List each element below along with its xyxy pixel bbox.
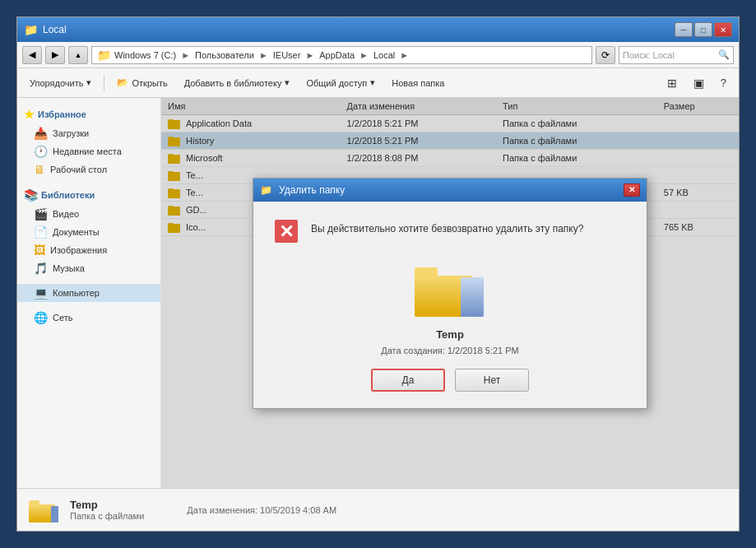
folder-date-label: Дата создания: (381, 346, 445, 355)
sidebar-item-music[interactable]: 🎵 Музыка (17, 259, 160, 277)
favorites-label: Избранное (38, 109, 86, 119)
sidebar-item-desktop[interactable]: 🖥 Рабочий стол (17, 160, 160, 179)
sidebar-section-computer: 💻 Компьютер (17, 284, 160, 302)
new-folder-button[interactable]: Новая папка (384, 72, 452, 95)
sidebar-favorites-header[interactable]: ★ Избранное (17, 104, 160, 124)
maximize-button[interactable]: □ (694, 22, 712, 37)
dialog-content: ✕ Вы действительно хотите безвозвратно у… (253, 202, 647, 408)
sidebar-item-recent[interactable]: 🕐 Недавние места (17, 142, 160, 160)
path-sep-2: ► (259, 50, 268, 60)
refresh-button[interactable]: ⟳ (596, 46, 615, 64)
view-button[interactable]: ⊞ (660, 72, 684, 95)
network-label: Сеть (53, 313, 72, 323)
warning-icon: ✕ (273, 218, 299, 244)
star-icon: ★ (24, 108, 35, 121)
computer-label: Компьютер (53, 288, 100, 298)
add-library-label: Добавить в библиотеку (184, 78, 282, 88)
svg-rect-9 (29, 500, 39, 507)
path-part-3[interactable]: IEUser (273, 50, 301, 60)
share-button[interactable]: Общий доступ ▾ (299, 72, 383, 95)
path-sep-3: ► (305, 50, 314, 60)
title-bar: 📁 Local ─ □ ✕ (17, 17, 739, 42)
dialog-title-icon: 📁 (260, 184, 272, 196)
status-date-area: Дата изменения: 10/5/2019 4:08 AM (187, 505, 336, 515)
add-library-button[interactable]: Добавить в библиотеку ▾ (177, 72, 298, 95)
dialog-overlay: 📁 Удалить папку ✕ ✕ (161, 98, 739, 488)
path-part-2[interactable]: Пользователи (195, 50, 254, 60)
minimize-button[interactable]: ─ (675, 22, 693, 37)
sidebar-item-docs[interactable]: 📄 Документы (17, 223, 160, 241)
images-label: Изображения (50, 245, 107, 255)
add-library-chevron-icon: ▾ (285, 77, 290, 88)
dialog-title: Удалить папку (279, 184, 617, 196)
dialog-message: Вы действительно хотите безвозвратно уда… (311, 218, 583, 236)
svg-rect-10 (51, 506, 58, 522)
sidebar-section-network: 🌐 Сеть (17, 309, 160, 327)
path-part-4[interactable]: AppData (319, 50, 355, 60)
status-bar: Temp Папка с файлами Дата изменения: 10/… (17, 488, 739, 531)
new-folder-label: Новая папка (392, 78, 444, 88)
sidebar-libraries-header[interactable]: 📚 Библиотеки (17, 185, 160, 205)
dialog-folder-name: Temp (436, 328, 464, 341)
status-item-name: Temp (70, 499, 144, 511)
sidebar-section-libraries: 📚 Библиотеки 🎬 Видео 📄 Документы 🖼 Изобр… (17, 185, 160, 277)
pane-button[interactable]: ▣ (686, 72, 712, 95)
explorer-window: 📁 Local ─ □ ✕ ◀ ▶ ▲ 📁 Windows 7 (C:) ► П… (16, 16, 740, 532)
search-icon[interactable]: 🔍 (718, 49, 730, 60)
library-icon: 📚 (24, 188, 38, 202)
delete-folder-dialog: 📁 Удалить папку ✕ ✕ (253, 178, 647, 409)
share-chevron-icon: ▾ (370, 77, 375, 88)
path-part-5[interactable]: Local (373, 50, 395, 60)
organize-button[interactable]: Упорядочить ▾ (22, 72, 99, 95)
no-button[interactable]: Нет (455, 369, 529, 392)
search-box[interactable]: Поиск: Local 🔍 (619, 46, 734, 64)
sidebar-item-video[interactable]: 🎬 Видео (17, 205, 160, 223)
status-date-value: 10/5/2019 4:08 AM (260, 505, 336, 515)
status-item-type: Папка с файлами (70, 511, 144, 521)
sidebar-item-images[interactable]: 🖼 Изображения (17, 241, 160, 259)
path-sep-1: ► (181, 50, 190, 60)
address-path[interactable]: 📁 Windows 7 (C:) ► Пользователи ► IEUser… (91, 46, 592, 64)
title-bar-title: 📁 Local (24, 23, 675, 36)
dialog-folder-area: Temp Дата создания: 1/2/2018 5:21 PM (381, 258, 519, 355)
sidebar-item-computer[interactable]: 💻 Компьютер (17, 284, 160, 302)
svg-rect-6 (461, 277, 484, 317)
dialog-folder-date: Дата создания: 1/2/2018 5:21 PM (381, 346, 519, 355)
downloads-icon: 📥 (34, 127, 48, 140)
open-label: Открыть (132, 78, 167, 88)
toolbar-sep-1 (104, 75, 104, 91)
close-button[interactable]: ✕ (714, 22, 732, 37)
downloads-label: Загрузки (53, 128, 89, 138)
desktop-icon: 🖥 (34, 163, 45, 176)
back-button[interactable]: ◀ (22, 46, 42, 64)
sidebar-item-downloads[interactable]: 📥 Загрузки (17, 124, 160, 142)
folder-date-value: 1/2/2018 5:21 PM (448, 346, 519, 355)
music-icon: 🎵 (34, 262, 48, 275)
dialog-title-bar: 📁 Удалить папку ✕ (253, 179, 647, 202)
open-button[interactable]: 📂 Открыть (109, 72, 174, 95)
path-part-1[interactable]: Windows 7 (C:) (114, 50, 176, 60)
dialog-top-area: ✕ Вы действительно хотите безвозвратно у… (273, 218, 627, 244)
big-folder-svg (413, 259, 487, 321)
status-info: Temp Папка с файлами (70, 499, 144, 521)
yes-button[interactable]: Да (371, 369, 445, 392)
title-bar-controls: ─ □ ✕ (675, 22, 732, 37)
up-button[interactable]: ▲ (68, 46, 88, 64)
title-folder-icon: 📁 (24, 23, 38, 36)
help-button[interactable]: ? (713, 72, 734, 95)
docs-icon: 📄 (34, 225, 48, 239)
organize-chevron-icon: ▾ (86, 77, 91, 88)
toolbar: Упорядочить ▾ 📂 Открыть Добавить в библи… (17, 68, 739, 98)
sidebar-item-network[interactable]: 🌐 Сеть (17, 309, 160, 327)
docs-label: Документы (53, 227, 100, 237)
libraries-label: Библиотеки (41, 190, 95, 200)
share-label: Общий доступ (306, 78, 367, 88)
video-label: Видео (53, 209, 79, 219)
organize-label: Упорядочить (30, 78, 83, 88)
video-icon: 🎬 (34, 207, 48, 221)
dialog-close-button[interactable]: ✕ (624, 183, 640, 197)
forward-button[interactable]: ▶ (45, 46, 65, 64)
recent-icon: 🕐 (34, 145, 48, 158)
path-sep-4: ► (359, 50, 369, 60)
path-sep-5: ► (400, 50, 409, 60)
